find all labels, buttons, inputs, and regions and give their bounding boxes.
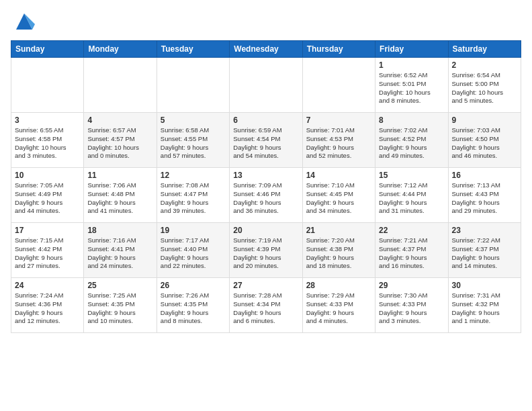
day-number: 9 xyxy=(452,116,517,125)
day-number: 11 xyxy=(87,171,152,180)
calendar-cell: 12Sunrise: 7:08 AM Sunset: 4:47 PM Dayli… xyxy=(157,168,229,223)
calendar-cell: 22Sunrise: 7:21 AM Sunset: 4:37 PM Dayli… xyxy=(375,223,448,278)
calendar-cell: 17Sunrise: 7:15 AM Sunset: 4:42 PM Dayli… xyxy=(11,223,84,278)
day-number: 6 xyxy=(233,116,298,125)
calendar-cell: 28Sunrise: 7:29 AM Sunset: 4:33 PM Dayli… xyxy=(302,278,375,333)
calendar-cell: 21Sunrise: 7:20 AM Sunset: 4:38 PM Dayli… xyxy=(302,223,375,278)
calendar-cell: 18Sunrise: 7:16 AM Sunset: 4:41 PM Dayli… xyxy=(84,223,157,278)
weekday-header-thursday: Thursday xyxy=(302,41,375,58)
calendar-cell: 30Sunrise: 7:31 AM Sunset: 4:32 PM Dayli… xyxy=(448,278,521,333)
day-info: Sunrise: 6:59 AM Sunset: 4:54 PM Dayligh… xyxy=(233,126,298,161)
weekday-header-tuesday: Tuesday xyxy=(157,41,229,58)
calendar-cell: 16Sunrise: 7:13 AM Sunset: 4:43 PM Dayli… xyxy=(448,168,521,223)
calendar-cell: 19Sunrise: 7:17 AM Sunset: 4:40 PM Dayli… xyxy=(157,223,229,278)
calendar-cell: 26Sunrise: 7:26 AM Sunset: 4:35 PM Dayli… xyxy=(157,278,229,333)
calendar-cell: 3Sunrise: 6:55 AM Sunset: 4:58 PM Daylig… xyxy=(11,113,84,168)
calendar-cell: 23Sunrise: 7:22 AM Sunset: 4:37 PM Dayli… xyxy=(448,223,521,278)
calendar-cell: 6Sunrise: 6:59 AM Sunset: 4:54 PM Daylig… xyxy=(230,113,302,168)
weekday-header-saturday: Saturday xyxy=(448,41,521,58)
day-number: 17 xyxy=(15,226,80,235)
calendar-cell: 24Sunrise: 7:24 AM Sunset: 4:36 PM Dayli… xyxy=(11,278,84,333)
calendar-cell: 4Sunrise: 6:57 AM Sunset: 4:57 PM Daylig… xyxy=(84,113,157,168)
day-info: Sunrise: 7:16 AM Sunset: 4:41 PM Dayligh… xyxy=(87,236,152,271)
calendar-cell: 9Sunrise: 7:03 AM Sunset: 4:50 PM Daylig… xyxy=(448,113,521,168)
page: SundayMondayTuesdayWednesdayThursdayFrid… xyxy=(0,0,532,340)
day-info: Sunrise: 7:15 AM Sunset: 4:42 PM Dayligh… xyxy=(15,236,80,271)
day-number: 26 xyxy=(161,281,226,290)
day-info: Sunrise: 7:05 AM Sunset: 4:49 PM Dayligh… xyxy=(15,181,80,216)
logo xyxy=(11,11,35,32)
day-info: Sunrise: 7:31 AM Sunset: 4:32 PM Dayligh… xyxy=(452,291,517,326)
day-info: Sunrise: 7:19 AM Sunset: 4:39 PM Dayligh… xyxy=(233,236,298,271)
day-info: Sunrise: 7:09 AM Sunset: 4:46 PM Dayligh… xyxy=(233,181,298,216)
calendar-cell xyxy=(302,58,375,113)
day-info: Sunrise: 7:10 AM Sunset: 4:45 PM Dayligh… xyxy=(306,181,371,216)
day-info: Sunrise: 7:29 AM Sunset: 4:33 PM Dayligh… xyxy=(306,291,371,326)
calendar-cell: 7Sunrise: 7:01 AM Sunset: 4:53 PM Daylig… xyxy=(302,113,375,168)
calendar-cell: 1Sunrise: 6:52 AM Sunset: 5:01 PM Daylig… xyxy=(375,58,448,113)
calendar-cell: 10Sunrise: 7:05 AM Sunset: 4:49 PM Dayli… xyxy=(11,168,84,223)
day-info: Sunrise: 7:02 AM Sunset: 4:52 PM Dayligh… xyxy=(379,126,444,161)
weekday-header-friday: Friday xyxy=(375,41,448,58)
day-number: 7 xyxy=(306,116,371,125)
day-number: 22 xyxy=(379,226,444,235)
calendar-cell: 29Sunrise: 7:30 AM Sunset: 4:33 PM Dayli… xyxy=(375,278,448,333)
calendar-week-1: 1Sunrise: 6:52 AM Sunset: 5:01 PM Daylig… xyxy=(11,58,521,113)
day-info: Sunrise: 6:54 AM Sunset: 5:00 PM Dayligh… xyxy=(452,71,517,105)
day-info: Sunrise: 7:24 AM Sunset: 4:36 PM Dayligh… xyxy=(15,291,80,326)
day-info: Sunrise: 7:25 AM Sunset: 4:35 PM Dayligh… xyxy=(87,291,152,326)
calendar-week-5: 24Sunrise: 7:24 AM Sunset: 4:36 PM Dayli… xyxy=(11,278,521,333)
calendar-cell xyxy=(84,58,157,113)
day-number: 28 xyxy=(306,281,371,290)
day-number: 29 xyxy=(379,281,444,290)
day-number: 16 xyxy=(452,171,517,180)
day-info: Sunrise: 7:12 AM Sunset: 4:44 PM Dayligh… xyxy=(379,181,444,216)
day-info: Sunrise: 7:01 AM Sunset: 4:53 PM Dayligh… xyxy=(306,126,371,161)
day-info: Sunrise: 7:06 AM Sunset: 4:48 PM Dayligh… xyxy=(87,181,152,216)
day-number: 10 xyxy=(15,171,80,180)
day-info: Sunrise: 7:20 AM Sunset: 4:38 PM Dayligh… xyxy=(306,236,371,271)
day-number: 1 xyxy=(379,60,444,70)
calendar-cell: 15Sunrise: 7:12 AM Sunset: 4:44 PM Dayli… xyxy=(375,168,448,223)
weekday-header-wednesday: Wednesday xyxy=(230,41,302,58)
calendar-cell: 20Sunrise: 7:19 AM Sunset: 4:39 PM Dayli… xyxy=(230,223,302,278)
day-info: Sunrise: 6:58 AM Sunset: 4:55 PM Dayligh… xyxy=(161,126,226,161)
day-info: Sunrise: 7:08 AM Sunset: 4:47 PM Dayligh… xyxy=(161,181,226,216)
day-number: 5 xyxy=(161,116,226,125)
calendar-cell: 25Sunrise: 7:25 AM Sunset: 4:35 PM Dayli… xyxy=(84,278,157,333)
calendar-week-4: 17Sunrise: 7:15 AM Sunset: 4:42 PM Dayli… xyxy=(11,223,521,278)
day-info: Sunrise: 6:57 AM Sunset: 4:57 PM Dayligh… xyxy=(87,126,152,161)
calendar-cell: 8Sunrise: 7:02 AM Sunset: 4:52 PM Daylig… xyxy=(375,113,448,168)
calendar-table: SundayMondayTuesdayWednesdayThursdayFrid… xyxy=(11,40,521,333)
day-number: 15 xyxy=(379,171,444,180)
day-info: Sunrise: 7:28 AM Sunset: 4:34 PM Dayligh… xyxy=(233,291,298,326)
day-info: Sunrise: 7:03 AM Sunset: 4:50 PM Dayligh… xyxy=(452,126,517,161)
day-number: 27 xyxy=(233,281,298,290)
calendar-week-3: 10Sunrise: 7:05 AM Sunset: 4:49 PM Dayli… xyxy=(11,168,521,223)
day-number: 4 xyxy=(87,116,152,125)
day-number: 25 xyxy=(87,281,152,290)
day-info: Sunrise: 6:52 AM Sunset: 5:01 PM Dayligh… xyxy=(379,71,444,105)
day-info: Sunrise: 6:55 AM Sunset: 4:58 PM Dayligh… xyxy=(15,126,80,161)
calendar-cell xyxy=(230,58,302,113)
day-info: Sunrise: 7:21 AM Sunset: 4:37 PM Dayligh… xyxy=(379,236,444,271)
day-info: Sunrise: 7:13 AM Sunset: 4:43 PM Dayligh… xyxy=(452,181,517,216)
day-number: 19 xyxy=(161,226,226,235)
day-number: 13 xyxy=(233,171,298,180)
day-number: 8 xyxy=(379,116,444,125)
day-number: 23 xyxy=(452,226,517,235)
header xyxy=(11,11,521,32)
day-number: 3 xyxy=(15,116,80,125)
logo-icon xyxy=(13,11,35,32)
calendar-cell xyxy=(11,58,84,113)
calendar-cell: 2Sunrise: 6:54 AM Sunset: 5:00 PM Daylig… xyxy=(448,58,521,113)
day-info: Sunrise: 7:26 AM Sunset: 4:35 PM Dayligh… xyxy=(161,291,226,326)
weekday-header-monday: Monday xyxy=(84,41,157,58)
day-number: 18 xyxy=(87,226,152,235)
day-number: 21 xyxy=(306,226,371,235)
day-info: Sunrise: 7:17 AM Sunset: 4:40 PM Dayligh… xyxy=(161,236,226,271)
day-number: 12 xyxy=(161,171,226,180)
day-info: Sunrise: 7:22 AM Sunset: 4:37 PM Dayligh… xyxy=(452,236,517,271)
weekday-header-sunday: Sunday xyxy=(11,41,84,58)
calendar-cell: 14Sunrise: 7:10 AM Sunset: 4:45 PM Dayli… xyxy=(302,168,375,223)
